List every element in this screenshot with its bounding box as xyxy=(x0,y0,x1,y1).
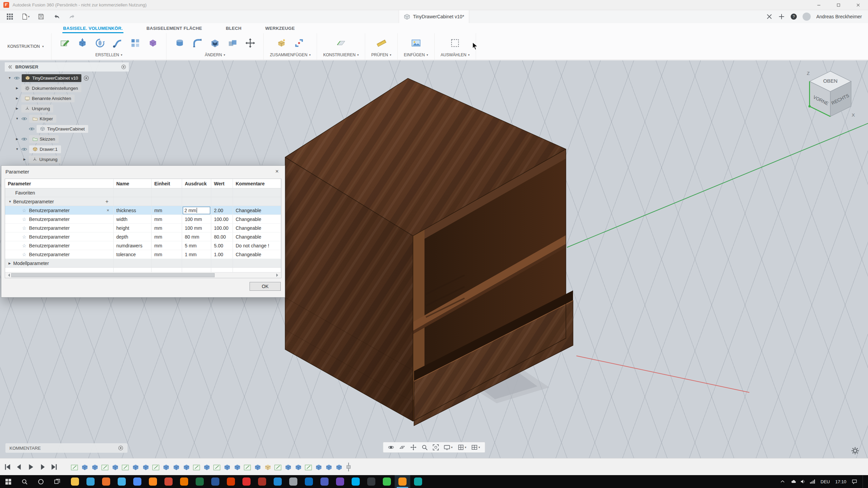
browser-row[interactable]: ▶Ursprung xyxy=(5,103,129,114)
browser-node[interactable]: Skizzen xyxy=(29,135,59,143)
column-header[interactable]: Einheit xyxy=(152,179,182,188)
taskbar-fusion-360-icon[interactable] xyxy=(395,475,410,488)
expand-down-icon[interactable]: ▼ xyxy=(8,200,13,203)
language-indicator[interactable]: DEU xyxy=(821,479,830,484)
expression-cell[interactable]: 80 mm xyxy=(182,232,211,241)
taskbar-app-10-icon[interactable] xyxy=(208,475,223,488)
taskbar-skype-icon[interactable] xyxy=(348,475,363,488)
user-parameters-group-row[interactable]: ▼ Benutzerparameter + xyxy=(5,197,281,206)
timeline-feature-extrude-icon[interactable] xyxy=(294,462,303,471)
expand-down-icon[interactable]: ▼ xyxy=(15,117,19,120)
timeline-feature-extrude-icon[interactable] xyxy=(253,462,262,471)
expand-down-icon[interactable]: ▼ xyxy=(7,76,12,80)
skip-end-icon[interactable] xyxy=(50,463,58,471)
browser-row[interactable]: ▼Drawer:1 xyxy=(5,144,129,154)
circle-dot-icon[interactable] xyxy=(121,64,126,69)
start-button[interactable] xyxy=(0,475,16,488)
shell-icon[interactable] xyxy=(208,36,222,50)
favorite-star-icon[interactable]: ☆ xyxy=(22,217,26,222)
timeline-feature-extrude-icon[interactable] xyxy=(90,462,99,471)
taskbar-app-16-icon[interactable] xyxy=(301,475,317,488)
timeline-feature-sketch-icon[interactable] xyxy=(243,462,252,471)
browser-node[interactable]: Ursprung xyxy=(29,156,61,163)
move-icon[interactable] xyxy=(243,36,257,50)
taskbar-chrome-browser-icon[interactable] xyxy=(130,475,145,488)
timeline-feature-extrude-icon[interactable] xyxy=(80,462,89,471)
expand-right-icon[interactable]: ▶ xyxy=(15,86,19,90)
parameter-row-height[interactable]: ☆Benutzerparameter height mm 100 mm 100.… xyxy=(5,224,281,232)
network-icon[interactable] xyxy=(810,479,815,484)
maximize-button[interactable] xyxy=(829,0,848,10)
dialog-titlebar[interactable]: Parameter × xyxy=(1,166,285,177)
eye-icon[interactable] xyxy=(21,116,27,122)
volume-icon[interactable] xyxy=(800,479,806,484)
expression-input[interactable]: 2 mm xyxy=(183,207,210,214)
measure-icon[interactable] xyxy=(374,36,389,50)
scroll-right-icon[interactable] xyxy=(276,273,280,277)
parameter-comment[interactable]: Do not change ! xyxy=(233,241,281,250)
close-window-button[interactable] xyxy=(848,0,868,10)
browser-node[interactable]: TinyDrawerCabinet xyxy=(37,125,88,133)
circle-dot-icon[interactable] xyxy=(83,75,89,81)
parameter-comment[interactable]: Changeable xyxy=(233,215,281,223)
taskbar-app-13-icon[interactable] xyxy=(254,475,270,488)
file-menu-button[interactable]: ▾ xyxy=(21,12,30,21)
eye-icon[interactable] xyxy=(14,75,20,81)
browser-row[interactable]: ▼TinyDrawerCabinet v10 xyxy=(5,73,129,83)
eye-icon[interactable] xyxy=(21,136,27,142)
timeline-feature-sketch-icon[interactable] xyxy=(70,462,79,471)
circle-dot-icon[interactable] xyxy=(118,445,123,451)
expand-down-icon[interactable]: ▼ xyxy=(15,147,19,151)
favorite-star-icon[interactable]: ☆ xyxy=(22,252,26,257)
fit-icon[interactable] xyxy=(431,443,441,452)
ribbon-group-dropdown[interactable]: AUSWÄHLEN▾ xyxy=(441,53,470,57)
favorite-star-icon[interactable]: ☆ xyxy=(22,208,26,213)
timeline-feature-extrude-icon[interactable] xyxy=(131,462,140,471)
parameter-row-width[interactable]: ☆Benutzerparameter width mm 100 mm 100.0… xyxy=(5,215,281,224)
parameter-comment[interactable]: Changeable xyxy=(233,232,281,241)
pattern-icon[interactable] xyxy=(128,36,142,50)
favorite-star-icon[interactable]: ☆ xyxy=(22,243,26,248)
cortana-button[interactable] xyxy=(33,475,49,488)
favorites-row[interactable]: Favoriten xyxy=(5,188,281,197)
taskbar-app-15-icon[interactable] xyxy=(285,475,301,488)
look-at-icon[interactable] xyxy=(397,443,407,452)
column-header[interactable]: Kommentare xyxy=(233,179,281,188)
browser-row[interactable]: ▶Benannte Ansichten xyxy=(5,93,129,103)
column-header[interactable]: Wert xyxy=(211,179,233,188)
browser-row[interactable]: ▶Ursprung xyxy=(5,154,129,164)
action-center-icon[interactable] xyxy=(852,479,857,484)
taskbar-app-23-icon[interactable] xyxy=(410,475,426,488)
layout-grid-icon[interactable]: ▾ xyxy=(456,443,469,452)
app-grid-button[interactable] xyxy=(5,12,14,21)
timeline-feature-sketch-icon[interactable] xyxy=(100,462,110,471)
expression-cell[interactable]: 100 mm xyxy=(182,224,211,232)
timeline-feature-extrude-icon[interactable] xyxy=(283,462,293,471)
timeline-feature-extrude-icon[interactable] xyxy=(161,462,171,471)
timeline-feature-extrude-icon[interactable] xyxy=(324,462,333,471)
expand-right-icon[interactable]: ▶ xyxy=(15,97,19,100)
select-icon[interactable] xyxy=(448,36,462,50)
document-tab[interactable]: TinyDrawerCabinet v10* xyxy=(399,10,469,23)
column-header[interactable]: Ausdruck xyxy=(182,179,211,188)
taskbar-youtube-icon[interactable] xyxy=(239,475,254,488)
viewports-icon[interactable]: ▾ xyxy=(469,443,482,452)
taskbar-app-04-icon[interactable] xyxy=(114,475,130,488)
step-forward-icon[interactable] xyxy=(39,463,46,471)
play-icon[interactable] xyxy=(27,463,35,471)
add-parameter-button[interactable]: + xyxy=(103,199,111,205)
timeline-feature-extrude-icon[interactable] xyxy=(314,462,323,471)
clock[interactable]: 17:10 xyxy=(835,479,846,484)
taskbar-file-explorer-icon[interactable] xyxy=(67,475,83,488)
expand-right-icon[interactable]: ▶ xyxy=(8,262,13,265)
ribbon-group-dropdown[interactable]: ERSTELLEN▾ xyxy=(95,53,122,57)
browser-node[interactable]: Dokumenteinstellungen xyxy=(21,84,81,92)
expression-cell[interactable]: 5 mm xyxy=(182,241,211,250)
expression-cell[interactable]: 100 mm xyxy=(182,215,211,223)
dialog-close-icon[interactable]: × xyxy=(273,168,281,175)
cloud-icon[interactable] xyxy=(791,479,796,484)
browser-header[interactable]: BROWSER xyxy=(5,62,129,72)
timeline-position-marker[interactable] xyxy=(346,462,351,472)
parameter-row-depth[interactable]: ☆Benutzerparameter depth mm 80 mm 80.00 … xyxy=(5,232,281,241)
taskbar-excel-icon[interactable] xyxy=(192,475,208,488)
